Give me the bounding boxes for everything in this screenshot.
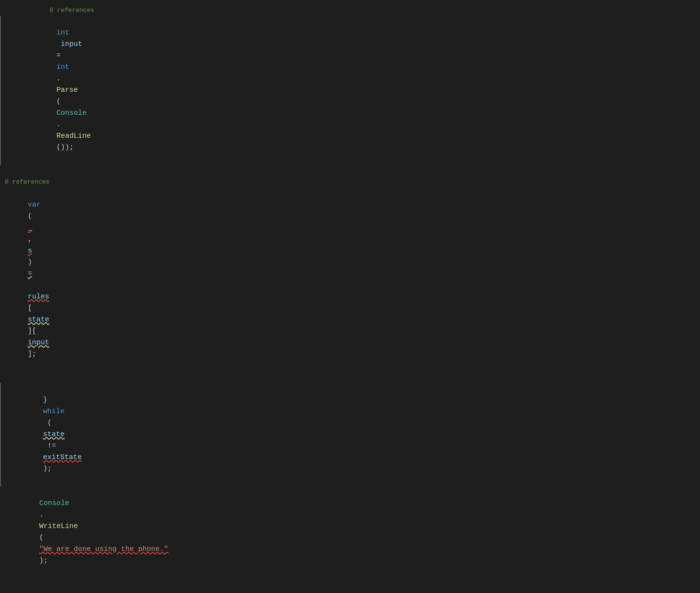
gutter-bar-2 [0, 383, 1, 486]
var-exitstate: exitState [43, 453, 82, 461]
op-assign: = [28, 270, 32, 278]
keyword-int: int [56, 29, 69, 37]
blank-line-1 [0, 165, 700, 176]
keyword-var-1: var [28, 201, 41, 209]
code-editor: 0 references int input = int . Parse ( C… [0, 0, 700, 593]
method-readline: ReadLine [56, 132, 91, 140]
meta-references-1: 0 references [0, 5, 700, 16]
code-line-var-decl: var ( _ , s ) = rules [ state ][ input ]… [0, 188, 700, 372]
method-parse: Parse [56, 86, 78, 94]
blank-line-2 [0, 372, 700, 383]
blank-line-3 [0, 578, 700, 590]
var-state-while: state [43, 430, 65, 439]
var-input: input [56, 40, 87, 48]
code-line-comment-1: //if the state we have reached is the ex… [0, 590, 700, 593]
var-underscore: _ [28, 224, 32, 232]
code-line-int-parse: int input = int . Parse ( Console . Read… [0, 16, 700, 165]
meta-references-2: 0 references [0, 176, 700, 187]
code-line-while: } while ( state != exitState ); [0, 383, 700, 486]
class-console: Console [56, 109, 87, 117]
var-rules: rules [28, 293, 49, 301]
keyword-while: while [43, 407, 65, 416]
gutter-bar-1 [0, 16, 1, 165]
var-input-2: input [28, 339, 49, 347]
code-line-console-writeline: Console . WriteLine ( "We are done using… [0, 486, 700, 578]
var-state-1: state [28, 316, 49, 324]
type-int2: int [56, 63, 69, 71]
class-console-2: Console [39, 499, 69, 507]
method-writeline-1: WriteLine [39, 522, 78, 530]
var-s: s [28, 247, 32, 255]
string-done: "We are done using the phone." [39, 545, 168, 553]
